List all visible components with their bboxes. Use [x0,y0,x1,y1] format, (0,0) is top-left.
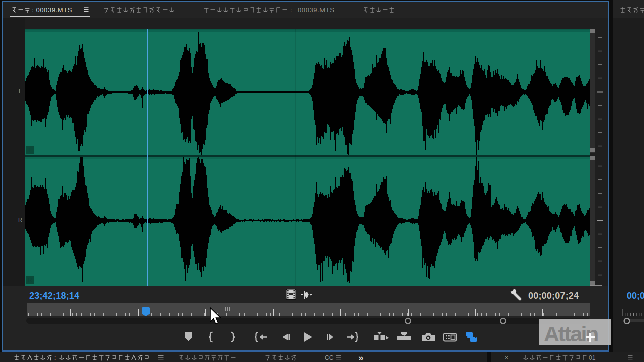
svg-text::: : [290,6,292,14]
svg-text:00;00: 00;00 [627,291,644,301]
svg-text:: 00039.MTS: : 00039.MTS [32,6,72,14]
svg-text:01: 01 [589,354,596,361]
svg-text::: : [54,354,56,361]
svg-text:»: » [358,352,364,362]
svg-text:×: × [505,354,508,361]
svg-text:00039.MTS: 00039.MTS [298,6,335,14]
svg-text:CC: CC [325,354,334,361]
